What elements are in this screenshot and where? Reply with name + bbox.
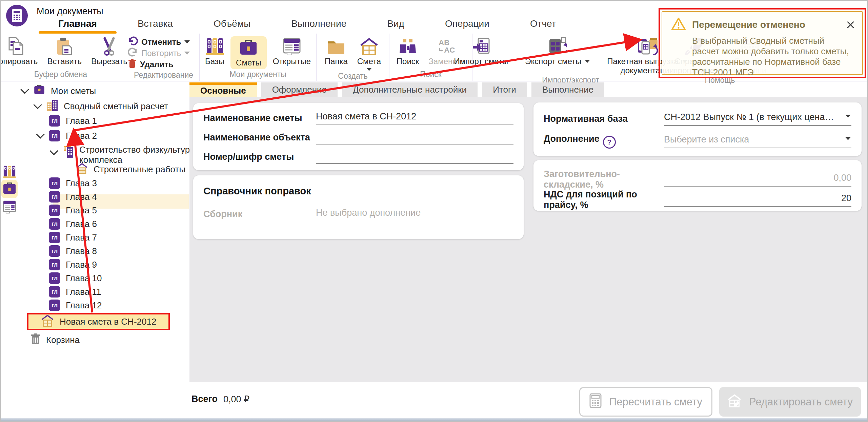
copy-button[interactable]: Копировать bbox=[0, 36, 41, 66]
create-folder-button[interactable]: Папка bbox=[321, 36, 351, 66]
search-button[interactable]: Поиск bbox=[393, 36, 423, 66]
normative-base-label: Нормативная база bbox=[544, 114, 664, 124]
estimate-number-label: Номер/шифр сметы bbox=[203, 152, 316, 162]
chevron-down-icon[interactable] bbox=[49, 147, 58, 155]
estimate-name-input[interactable]: Новая смета в СН-2012 bbox=[316, 111, 513, 125]
addition-label: Дополнение? bbox=[544, 134, 664, 149]
tab-main[interactable]: Основные bbox=[189, 82, 257, 97]
tab-design[interactable]: Оформление bbox=[261, 82, 338, 97]
house-edit-icon bbox=[727, 394, 742, 410]
tree-item-chapter-6[interactable]: глГлава 6 bbox=[49, 217, 97, 231]
normative-base-select[interactable]: СН-2012 Выпуск № 1 (в текущих ценах по с… bbox=[664, 112, 851, 126]
help-circle-icon[interactable]: ? bbox=[603, 136, 616, 149]
menu-tab-obyomy[interactable]: Объёмы bbox=[214, 18, 250, 34]
export-estimate-button[interactable]: Экспорт сметы bbox=[522, 36, 593, 66]
export-caret-icon[interactable] bbox=[585, 60, 590, 63]
vat-percent-input[interactable]: 20 bbox=[664, 193, 851, 207]
tree-item-my-estimates[interactable]: Мои сметы bbox=[22, 84, 96, 98]
open-docs-button[interactable]: Открытые bbox=[269, 36, 314, 66]
chapter-badge-icon: гл bbox=[49, 259, 60, 270]
paste-icon bbox=[56, 36, 73, 57]
menu-tab-vstavka[interactable]: Вставка bbox=[138, 18, 173, 34]
vat-percent-label: НДС для позиций по прайсу, % bbox=[544, 189, 664, 210]
ribbon-group-clipboard: Копировать Вставить Вырезать Буфер обмен… bbox=[1, 34, 121, 81]
tree-item-summary-calculation[interactable]: Сводный сметный расчет bbox=[35, 99, 168, 113]
main-menu: Главная Вставка Объёмы Выполнение Вид Оп… bbox=[58, 18, 556, 34]
tree-briefcase-icon bbox=[33, 84, 45, 98]
house-small-icon bbox=[76, 163, 88, 176]
app-window: Мои документы Главная Вставка Объёмы Вып… bbox=[0, 0, 868, 422]
rail-estimates-icon[interactable] bbox=[2, 182, 17, 195]
tab-totals[interactable]: Итоги bbox=[482, 82, 527, 97]
menu-tab-vypolnenie[interactable]: Выполнение bbox=[291, 18, 346, 34]
rail-bases-icon[interactable] bbox=[2, 165, 17, 178]
menu-tab-operacii[interactable]: Операции bbox=[445, 18, 489, 34]
tree-item-trash[interactable]: Корзина bbox=[31, 333, 80, 347]
menu-tab-glavnaya[interactable]: Главная bbox=[58, 18, 97, 34]
tree-item-chapter-7[interactable]: глГлава 7 bbox=[49, 231, 97, 244]
notification-title: Перемещение отменено bbox=[692, 19, 839, 30]
undo-button[interactable]: Отменить bbox=[128, 36, 190, 47]
warehouse-percent-input[interactable]: 0,00 bbox=[664, 173, 851, 187]
paste-button[interactable]: Вставить bbox=[44, 36, 85, 66]
ribbon-group-label: Создать bbox=[338, 72, 367, 81]
chevron-down-icon[interactable] bbox=[33, 100, 42, 109]
chapter-badge-icon: гл bbox=[49, 232, 60, 243]
chevron-down-icon[interactable] bbox=[20, 85, 29, 94]
tree-item-chapter-4[interactable]: глГлава 4 bbox=[49, 190, 97, 204]
tree-item-chapter-5[interactable]: глГлава 5 bbox=[49, 204, 97, 217]
create-estimate-button[interactable]: Смета bbox=[354, 36, 384, 71]
bases-button[interactable]: Базы bbox=[202, 36, 228, 66]
normative-base-card: Нормативная база СН-2012 Выпуск № 1 (в т… bbox=[533, 102, 862, 156]
tree-item-new-estimate[interactable]: Новая смета в СН-2012 bbox=[27, 313, 170, 330]
estimates-button[interactable]: Сметы bbox=[230, 36, 267, 69]
import-estimate-button[interactable]: Импорт сметы bbox=[450, 36, 511, 66]
tree-item-chapter-10[interactable]: глГлава 10 bbox=[49, 271, 102, 285]
tree-item-chapter-2[interactable]: гл Глава 2 bbox=[37, 129, 97, 142]
house-icon bbox=[360, 36, 379, 57]
chapter-badge-icon: гл bbox=[49, 191, 60, 203]
chapter-badge-icon: гл bbox=[49, 272, 60, 284]
house-small-icon bbox=[41, 314, 54, 329]
estimate-number-input[interactable] bbox=[316, 150, 513, 164]
close-icon[interactable] bbox=[845, 20, 855, 30]
recalculate-button[interactable]: Пересчитать смету bbox=[579, 387, 712, 417]
dropdown-caret-icon[interactable] bbox=[845, 115, 851, 118]
buildings-icon bbox=[46, 99, 58, 113]
tree-item-chapter-9[interactable]: глГлава 9 bbox=[49, 258, 97, 271]
tab-additional-settings[interactable]: Дополнительные настройки bbox=[342, 82, 478, 97]
delete-button[interactable]: Удалить bbox=[128, 59, 174, 70]
ribbon-group-label: Редактирование bbox=[134, 71, 193, 80]
create-estimate-caret-icon[interactable] bbox=[366, 68, 372, 71]
undo-caret-icon[interactable] bbox=[184, 40, 190, 43]
redo-button[interactable]: Повторить bbox=[128, 47, 190, 59]
chapter-badge-icon: гл bbox=[49, 205, 60, 216]
tree-item-chapter-11[interactable]: глГлава 11 bbox=[49, 285, 101, 299]
edit-estimate-button[interactable]: Редактировать смету bbox=[719, 387, 861, 417]
tree-item-chapter-3[interactable]: глГлава 3 bbox=[49, 176, 97, 190]
object-name-input[interactable] bbox=[316, 131, 513, 145]
menu-tab-otchet[interactable]: Отчет bbox=[530, 18, 556, 34]
rail-open-icon[interactable] bbox=[2, 200, 17, 214]
tree-item-construction-works[interactable]: Строительные работы bbox=[76, 162, 185, 176]
chevron-down-icon[interactable] bbox=[36, 130, 44, 138]
window-bottom-strip bbox=[1, 418, 868, 421]
addition-select[interactable]: Выберите из списка bbox=[664, 134, 851, 148]
tree-item-chapter-8[interactable]: глГлава 8 bbox=[49, 244, 97, 258]
percent-settings-card: Заготовительно-складские, % 0,00 НДС для… bbox=[533, 160, 862, 211]
corrections-card: Справочник поправок Сборник Не выбрано д… bbox=[193, 175, 524, 239]
dropdown-caret-icon[interactable] bbox=[845, 137, 851, 140]
ribbon-group-create: Папка Смета Создать bbox=[317, 34, 389, 81]
tree-item-construction-complex[interactable]: Строительство физкультурногокомплекса bbox=[51, 145, 207, 165]
menu-tab-vid[interactable]: Вид bbox=[387, 18, 404, 34]
collection-label: Сборник bbox=[203, 209, 316, 219]
chapter-badge-icon: гл bbox=[49, 300, 60, 311]
tree-item-chapter-12[interactable]: глГлава 12 bbox=[49, 299, 102, 312]
tree-item-chapter-1[interactable]: гл Глава 1 bbox=[49, 114, 97, 128]
ribbon-group-label: Поиск bbox=[420, 70, 442, 79]
crane-building-icon bbox=[62, 145, 74, 160]
tab-execution[interactable]: Выполнение bbox=[531, 82, 604, 97]
estimate-name-label: Наименование сметы bbox=[203, 113, 316, 123]
bases-icon bbox=[205, 36, 224, 57]
chapter-badge-icon: гл bbox=[49, 115, 60, 127]
